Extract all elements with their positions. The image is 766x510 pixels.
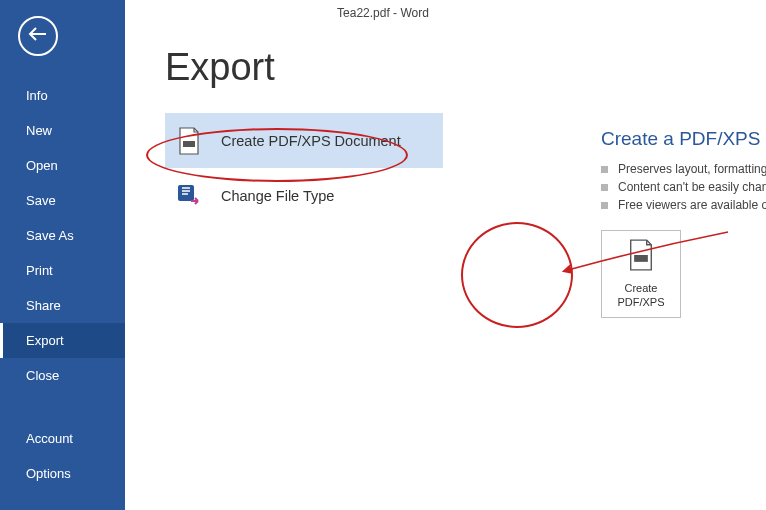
benefit-item: Content can't be easily changed — [601, 180, 766, 194]
page-title: Export — [165, 46, 766, 89]
benefit-text: Preserves layout, formatting, fonts, and… — [618, 162, 766, 176]
nav-label: Share — [26, 298, 61, 313]
nav-info[interactable]: Info — [0, 78, 125, 113]
benefit-text: Free viewers are available on the web — [618, 198, 766, 212]
pdf-page-icon — [627, 239, 655, 275]
nav-close[interactable]: Close — [0, 358, 125, 393]
button-label: Create PDF/XPS — [617, 281, 664, 310]
benefit-item: Preserves layout, formatting, fonts, and… — [601, 162, 766, 176]
nav-account[interactable]: Account — [0, 421, 125, 456]
option-label: Change File Type — [221, 188, 334, 204]
button-label-line2: PDF/XPS — [617, 296, 664, 308]
backstage-sidebar: Info New Open Save Save As Print Share E… — [0, 0, 125, 510]
nav-label: Save — [26, 193, 56, 208]
benefit-item: Free viewers are available on the web — [601, 198, 766, 212]
create-pdf-xps-button[interactable]: Create PDF/XPS — [601, 230, 681, 318]
nav-new[interactable]: New — [0, 113, 125, 148]
option-label: Create PDF/XPS Document — [221, 133, 401, 149]
nav-label: Close — [26, 368, 59, 383]
change-type-icon — [175, 181, 203, 211]
nav-print[interactable]: Print — [0, 253, 125, 288]
nav-label: Account — [26, 431, 73, 446]
nav-export[interactable]: Export — [0, 323, 125, 358]
nav-open[interactable]: Open — [0, 148, 125, 183]
nav-label: Options — [26, 466, 71, 481]
back-button[interactable] — [18, 16, 58, 56]
nav-share[interactable]: Share — [0, 288, 125, 323]
benefits-list: Preserves layout, formatting, fonts, and… — [601, 162, 766, 212]
right-panel-heading: Create a PDF/XPS Document — [601, 128, 766, 150]
pdf-page-icon — [175, 126, 203, 156]
right-panel: Create a PDF/XPS Document Preserves layo… — [601, 128, 766, 318]
export-options-list: Create PDF/XPS Document Change File Type — [165, 113, 443, 223]
nav-save-as[interactable]: Save As — [0, 218, 125, 253]
option-create-pdf-xps[interactable]: Create PDF/XPS Document — [165, 113, 443, 168]
option-change-file-type[interactable]: Change File Type — [165, 168, 443, 223]
svg-rect-0 — [183, 141, 195, 147]
nav-label: Print — [26, 263, 53, 278]
back-arrow-icon — [28, 26, 48, 46]
nav-options[interactable]: Options — [0, 456, 125, 491]
nav-save[interactable]: Save — [0, 183, 125, 218]
nav-list: Info New Open Save Save As Print Share E… — [0, 78, 125, 491]
nav-label: Open — [26, 158, 58, 173]
svg-rect-2 — [634, 255, 648, 262]
benefit-text: Content can't be easily changed — [618, 180, 766, 194]
nav-label: Save As — [26, 228, 74, 243]
nav-label: New — [26, 123, 52, 138]
nav-label: Export — [26, 333, 64, 348]
nav-label: Info — [26, 88, 48, 103]
content-area: Export Create PDF/XPS Document — [125, 0, 766, 510]
button-label-line1: Create — [624, 282, 657, 294]
